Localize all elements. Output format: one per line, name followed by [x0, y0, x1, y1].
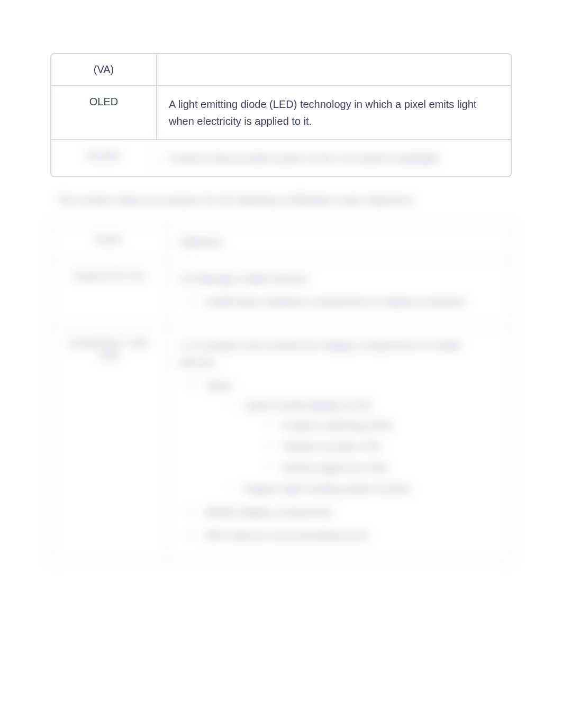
list-item: Types Liquid crystal display (LCD) In-pl… — [205, 377, 499, 497]
list-item: Mobile display components — [205, 504, 499, 520]
section-intro: This section helps you prepare for the f… — [57, 192, 512, 208]
list-item: Organic light-emitting diode (OLED) — [243, 481, 499, 497]
header-objective: Objective — [168, 224, 511, 260]
objective-heading: 1.2 Compare and contrast the display com… — [179, 337, 499, 371]
definition-cell — [157, 54, 511, 85]
list-item: WiFi antenna connector/placement — [205, 527, 499, 543]
sub-label: Liquid crystal display (LCD) — [243, 399, 371, 411]
definition-cell: A light emitting diode (LED) technology … — [157, 86, 511, 139]
deep-list: In-plane switching (IPS) Twisted nematic… — [243, 417, 499, 476]
term-cell: (VA) — [51, 54, 157, 85]
list-item: Twisted nematic (TN) — [281, 439, 499, 454]
exam-cell: TestOut PC Pro — [51, 261, 168, 326]
objectives-table: Exam Objective TestOut PC Pro 5.0 Manage… — [50, 223, 512, 561]
table-row: TestOut PC Pro 5.0 Manage mobile devices… — [51, 261, 511, 327]
header-exam: Exam — [51, 224, 168, 260]
objective-cell: 5.0 Manage mobile devices Install basic … — [168, 261, 511, 326]
term-cell: Inverter — [51, 140, 157, 176]
table-row: CompTIA A+ 220-1101 1.2 Compare and cont… — [51, 327, 511, 560]
list-item: In-plane switching (IPS) — [281, 417, 499, 433]
table-header: Exam Objective — [51, 224, 511, 261]
list-item: Liquid crystal display (LCD) In-plane sw… — [243, 397, 499, 476]
table-row: Inverter A device that provides power to… — [51, 140, 511, 176]
table-row: OLED A light emitting diode (LED) techno… — [51, 86, 511, 140]
exam-cell: CompTIA A+ 220-1101 — [51, 327, 168, 560]
objective-heading: 5.0 Manage mobile devices — [179, 270, 499, 287]
table-row: (VA) — [51, 54, 511, 86]
definitions-table: (VA) OLED A light emitting diode (LED) t… — [50, 53, 512, 177]
definition-cell: A device that provides power to the LCD … — [157, 140, 511, 176]
bullet-label: Types — [205, 379, 233, 391]
bullet-list: Install basic hardware components on lap… — [179, 294, 499, 310]
bullet-list: Types Liquid crystal display (LCD) In-pl… — [179, 377, 499, 543]
objective-cell: 1.2 Compare and contrast the display com… — [168, 327, 511, 560]
list-item: Install basic hardware components on lap… — [205, 294, 499, 310]
term-cell: OLED — [51, 86, 157, 139]
list-item: Vertical alignment (VA) — [281, 460, 499, 476]
sub-list: Liquid crystal display (LCD) In-plane sw… — [205, 397, 499, 497]
